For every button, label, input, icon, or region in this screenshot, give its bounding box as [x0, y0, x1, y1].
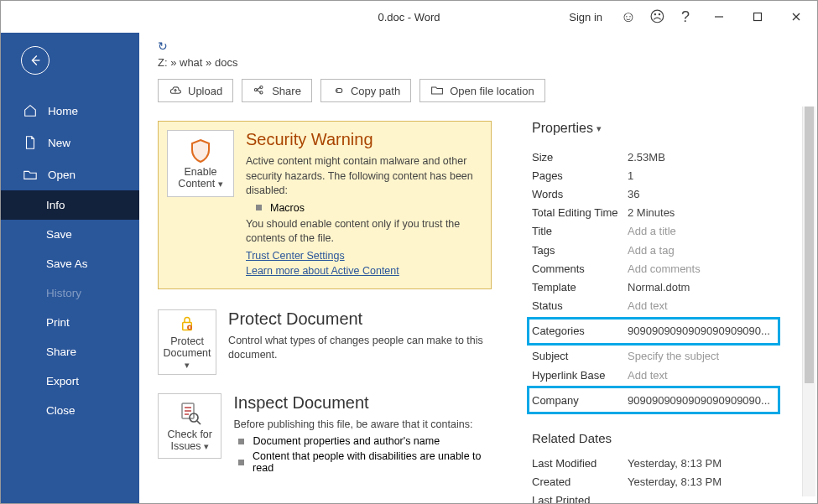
button-label: Document [164, 347, 211, 359]
svg-line-13 [197, 421, 201, 424]
maximize-button[interactable] [738, 1, 777, 33]
nav-home[interactable]: Home [1, 95, 139, 127]
trust-center-link[interactable]: Trust Center Settings [246, 250, 479, 262]
prop-last-printed: Last Printed [532, 491, 775, 503]
nav-history: History [1, 278, 139, 308]
prop-editing-time: Total Editing Time2 Minutes [532, 204, 775, 222]
prop-label: Hyperlink Base [532, 369, 628, 382]
prop-label: Tags [532, 244, 628, 257]
prop-value: Add text [628, 299, 668, 312]
share-icon [253, 84, 266, 97]
svg-point-5 [260, 86, 263, 88]
prop-tags[interactable]: TagsAdd a tag [532, 241, 775, 259]
nav-open[interactable]: Open [1, 158, 139, 190]
prop-categories[interactable]: Categories9090909090909090909090... [532, 322, 775, 340]
prop-value: Normal.dotm [628, 281, 690, 294]
warning-title: Security Warning [246, 130, 479, 149]
prop-label: Created [532, 475, 628, 488]
warning-text: Active content might contain malware and… [246, 154, 479, 199]
prop-pages: Pages1 [532, 166, 775, 184]
svg-rect-1 [754, 13, 762, 21]
close-button[interactable] [777, 1, 815, 33]
prop-value: 9090909090909090909090... [628, 394, 770, 407]
svg-point-7 [260, 91, 263, 94]
nav-print[interactable]: Print [1, 308, 139, 337]
nav-save[interactable]: Save [1, 220, 139, 249]
smile-feedback-icon[interactable]: ☺ [614, 8, 643, 26]
enable-content-button[interactable]: EnableContent ▾ [167, 130, 234, 197]
back-button[interactable] [21, 46, 49, 75]
button-label: Open file location [450, 85, 534, 97]
share-button[interactable]: Share [242, 79, 312, 102]
nav-label: Print [46, 316, 70, 329]
inspect-bullet: Content that people with disabilities ar… [238, 450, 492, 474]
prop-value: Add a title [628, 225, 676, 237]
prop-label: Categories [532, 325, 628, 337]
nav-saveas[interactable]: Save As [1, 249, 139, 278]
svg-rect-10 [189, 326, 190, 329]
copy-path-button[interactable]: Copy path [320, 79, 411, 102]
main-panel: ↻ Z: » what » docs Upload Share Copy pat… [139, 33, 817, 503]
nav-close[interactable]: Close [1, 396, 139, 425]
frown-feedback-icon[interactable]: ☹ [643, 8, 671, 26]
bullet-icon [256, 205, 262, 210]
warning-body: Security Warning Active content might co… [246, 130, 479, 277]
highlight-company: Company9090909090909090909090... [527, 386, 780, 414]
sign-in-link[interactable]: Sign in [564, 11, 607, 23]
prop-hyperlink-base[interactable]: Hyperlink BaseAdd text [532, 366, 775, 384]
window-title: 0.doc - Word [378, 11, 440, 23]
nav-label: Share [46, 346, 76, 358]
prop-status[interactable]: StatusAdd text [532, 297, 775, 315]
info-toolbar: Upload Share Copy path Open file locatio… [158, 79, 817, 102]
prop-value: Yesterday, 8:13 PM [628, 475, 722, 488]
protect-document-button[interactable]: ProtectDocument ▾ [158, 309, 216, 375]
prop-company[interactable]: Company9090909090909090909090... [532, 391, 775, 409]
prop-label: Subject [532, 350, 628, 362]
prop-title[interactable]: TitleAdd a title [532, 222, 775, 241]
bullet-text: Content that people with disabilities ar… [253, 450, 492, 474]
folder-icon [430, 84, 444, 97]
inspect-title: Inspect Document [233, 393, 492, 413]
prop-value: 2 Minutes [628, 206, 675, 219]
inspect-lead: Before publishing this file, be aware th… [233, 418, 492, 433]
prop-label: Status [532, 299, 628, 312]
prop-comments[interactable]: CommentsAdd comments [532, 259, 775, 278]
security-warning-card: EnableContent ▾ Security Warning Active … [158, 121, 492, 289]
check-for-issues-button[interactable]: Check forIssues ▾ [158, 393, 221, 459]
properties-dropdown[interactable]: Properties▾ [532, 121, 775, 136]
button-label: Copy path [351, 85, 400, 97]
nav-label: Save As [46, 257, 88, 270]
nav-export[interactable]: Export [1, 366, 139, 396]
nav-label: Close [46, 404, 76, 417]
prop-subject[interactable]: SubjectSpecify the subject [532, 347, 775, 366]
nav-label: Open [48, 169, 76, 181]
inspect-bullet: Document properties and author's name [238, 435, 492, 447]
nav-share[interactable]: Share [1, 337, 139, 366]
refresh-icon[interactable]: ↻ [158, 39, 817, 53]
inspect-body: Inspect Document Before publishing this … [233, 393, 492, 478]
prop-size: Size2.53MB [532, 148, 775, 166]
prop-label: Total Editing Time [532, 206, 628, 219]
breadcrumb[interactable]: Z: » what » docs [158, 56, 817, 69]
nav-label: Export [46, 375, 79, 387]
properties-label: Properties [532, 121, 593, 136]
help-icon[interactable]: ? [671, 8, 700, 26]
prop-value: Add comments [628, 262, 701, 275]
minimize-button[interactable] [700, 1, 738, 33]
prop-words: Words36 [532, 184, 775, 203]
nav-new[interactable]: New [1, 127, 139, 158]
warning-bullet: Macros [256, 202, 479, 214]
home-icon [23, 103, 38, 118]
scrollbar-thumb[interactable] [805, 107, 814, 383]
nav-info[interactable]: Info [1, 190, 139, 220]
prop-value: 9090909090909090909090... [628, 325, 770, 337]
nav-label: History [46, 287, 81, 299]
upload-button[interactable]: Upload [158, 79, 233, 102]
active-content-link[interactable]: Learn more about Active Content [246, 265, 479, 277]
open-file-location-button[interactable]: Open file location [419, 79, 544, 102]
button-label: Issues [170, 440, 201, 452]
titlebar-controls: Sign in ☺ ☹ ? [564, 1, 815, 33]
prop-label: Last Printed [532, 494, 628, 503]
vertical-scrollbar[interactable] [802, 107, 815, 496]
prop-label: Company [532, 394, 628, 407]
